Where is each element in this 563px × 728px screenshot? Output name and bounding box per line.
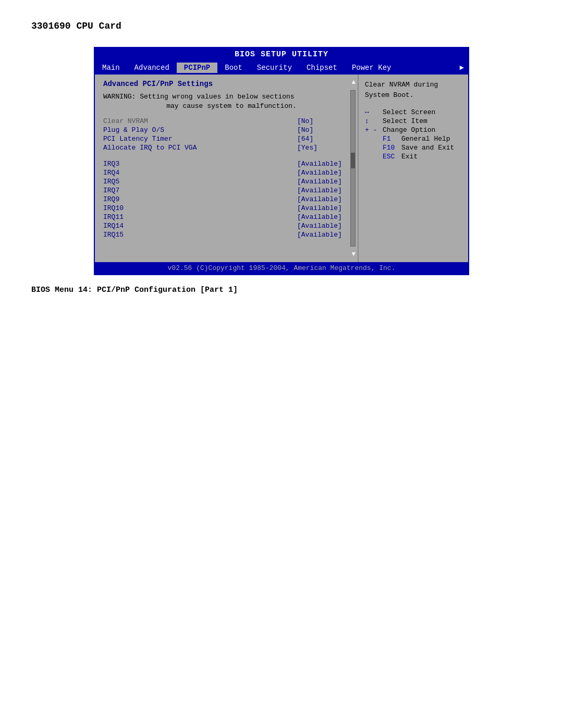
bios-caption: BIOS Menu 14: PCI/PnP Configuration [Par… <box>31 286 532 294</box>
menu-item-boot[interactable]: Boot <box>217 63 250 73</box>
key-name-esc: ESC <box>383 153 401 161</box>
setting-value-plugplay: [No] <box>297 126 349 134</box>
key-help-row-generalhelp: F1 General Help <box>365 135 462 143</box>
bios-container: BIOS SETUP UTILITY Main Advanced PCIPnP … <box>94 47 469 275</box>
irq-label-irq15: IRQ15 <box>103 231 297 239</box>
key-symbol-plusminus: + - <box>365 126 383 134</box>
key-desc-selectscreen: Select Screen <box>383 108 435 116</box>
bios-title-bar: BIOS SETUP UTILITY <box>95 48 468 61</box>
key-help-row-changeoption: + - Change Option <box>365 126 462 134</box>
key-desc-changeoption: Change Option <box>383 126 435 134</box>
irq-row-irq9[interactable]: IRQ9 [Available] <box>103 195 349 203</box>
bios-sidebar: Clear NVRAM duringSystem Boot. ↔ Select … <box>359 75 468 262</box>
irq-row-irq7[interactable]: IRQ7 [Available] <box>103 187 349 194</box>
irq-value-irq7: [Available] <box>297 187 349 194</box>
irq-row-irq15[interactable]: IRQ15 [Available] <box>103 231 349 239</box>
irq-label-irq5: IRQ5 <box>103 178 297 186</box>
irq-label-irq3: IRQ3 <box>103 160 297 168</box>
vertical-scrollbar[interactable] <box>350 90 356 246</box>
menu-arrow-icon: ► <box>460 64 468 72</box>
irq-label-irq4: IRQ4 <box>103 169 297 177</box>
setting-value-allocateirq: [Yes] <box>297 144 349 152</box>
menu-item-chipset[interactable]: Chipset <box>299 63 345 73</box>
irq-row-irq11[interactable]: IRQ11 [Available] <box>103 213 349 221</box>
setting-row-pcilatency[interactable]: PCI Latency Timer [64] <box>103 135 349 143</box>
irq-value-irq10: [Available] <box>297 204 349 212</box>
irq-label-irq11: IRQ11 <box>103 213 297 221</box>
key-desc-saveandexit: Save and Exit <box>401 144 454 152</box>
irq-value-irq5: [Available] <box>297 178 349 186</box>
sidebar-help-text: Clear NVRAM duringSystem Boot. <box>365 80 462 100</box>
scrollbar-thumb <box>351 153 355 168</box>
irq-row-irq4[interactable]: IRQ4 [Available] <box>103 169 349 177</box>
setting-label-clearnvram: Clear NVRAM <box>103 117 297 125</box>
irq-row-irq3[interactable]: IRQ3 [Available] <box>103 160 349 168</box>
irq-value-irq11: [Available] <box>297 213 349 221</box>
setting-label-allocateirq: Allocate IRQ to PCI VGA <box>103 144 297 152</box>
irq-value-irq14: [Available] <box>297 222 349 230</box>
irq-section: IRQ3 [Available] IRQ4 [Available] IRQ5 [… <box>103 160 349 239</box>
warning-line2: may cause system to malfunction. <box>103 102 349 111</box>
menu-item-pcipnp[interactable]: PCIPnP <box>177 63 217 73</box>
irq-row-irq14[interactable]: IRQ14 [Available] <box>103 222 349 230</box>
irq-value-irq3: [Available] <box>297 160 349 168</box>
irq-label-irq9: IRQ9 <box>103 195 297 203</box>
setting-row-allocateirq[interactable]: Allocate IRQ to PCI VGA [Yes] <box>103 144 349 152</box>
irq-label-irq14: IRQ14 <box>103 222 297 230</box>
bios-main-panel: ▲ Advanced PCI/PnP Settings WARNING: Set… <box>95 75 359 262</box>
key-help-row-selectitem: ↕ Select Item <box>365 117 462 125</box>
key-desc-generalhelp: General Help <box>401 135 450 143</box>
irq-row-irq10[interactable]: IRQ10 [Available] <box>103 204 349 212</box>
irq-row-irq5[interactable]: IRQ5 [Available] <box>103 178 349 186</box>
key-desc-exit: Exit <box>401 153 418 161</box>
warning-line1: WARNING: Setting wrong values in below s… <box>103 93 295 101</box>
menu-item-main[interactable]: Main <box>95 63 127 73</box>
setting-value-pcilatency: [64] <box>297 135 349 143</box>
warning-block: WARNING: Setting wrong values in below s… <box>103 92 349 111</box>
scroll-down-icon[interactable]: ▼ <box>352 251 356 258</box>
menu-item-powerkey[interactable]: Power Key <box>345 63 399 73</box>
irq-label-irq10: IRQ10 <box>103 204 297 212</box>
key-name-f1: F1 <box>383 135 401 143</box>
key-symbol-updown: ↕ <box>365 117 383 125</box>
key-help-section: ↔ Select Screen ↕ Select Item + - Change… <box>365 108 462 161</box>
scroll-up-icon[interactable]: ▲ <box>352 79 356 86</box>
bios-menu-bar: Main Advanced PCIPnP Boot Security Chips… <box>95 61 468 75</box>
setting-row-clearnvram[interactable]: Clear NVRAM [No] <box>103 117 349 125</box>
key-name-f10: F10 <box>383 144 401 152</box>
setting-value-clearnvram: [No] <box>297 117 349 125</box>
key-help-row-exit: ESC Exit <box>365 153 462 161</box>
menu-item-advanced[interactable]: Advanced <box>127 63 177 73</box>
irq-value-irq4: [Available] <box>297 169 349 177</box>
key-help-row-selectscreen: ↔ Select Screen <box>365 108 462 116</box>
setting-row-plugplay[interactable]: Plug & Play O/S [No] <box>103 126 349 134</box>
bios-body: ▲ Advanced PCI/PnP Settings WARNING: Set… <box>95 75 468 262</box>
setting-label-plugplay: Plug & Play O/S <box>103 126 297 134</box>
menu-item-security[interactable]: Security <box>250 63 299 73</box>
key-desc-selectitem: Select Item <box>383 117 427 125</box>
irq-value-irq15: [Available] <box>297 231 349 239</box>
key-help-row-saveandexit: F10 Save and Exit <box>365 144 462 152</box>
section-title: Advanced PCI/PnP Settings <box>103 80 349 88</box>
bios-footer: v02.56 (C)Copyright 1985-2004, American … <box>95 262 468 274</box>
page-title: 3301690 CPU Card <box>31 21 532 31</box>
irq-label-irq7: IRQ7 <box>103 187 297 194</box>
setting-label-pcilatency: PCI Latency Timer <box>103 135 297 143</box>
key-symbol-arrows: ↔ <box>365 108 383 116</box>
irq-value-irq9: [Available] <box>297 195 349 203</box>
